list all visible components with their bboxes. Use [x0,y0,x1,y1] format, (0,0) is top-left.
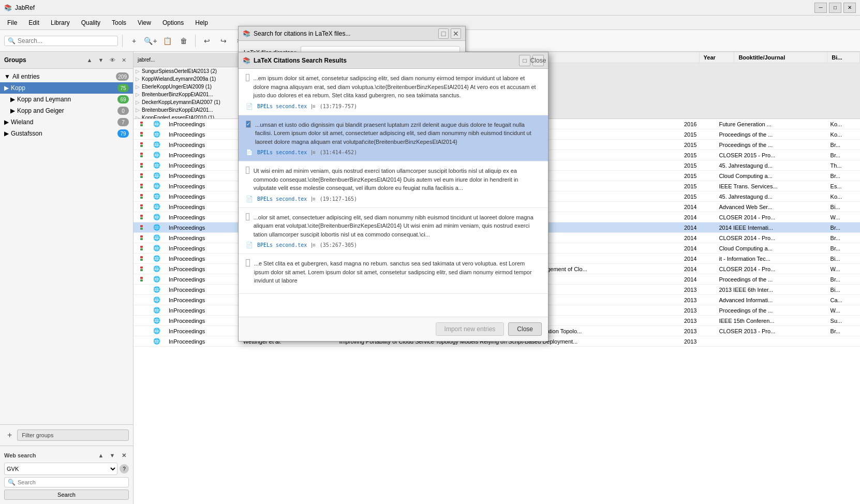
row-indicator [134,160,149,171]
table-row[interactable]: 🌐InProceedingsSungur et al.Extending BPM… [134,316,860,326]
cut-button[interactable]: ✂ [233,34,247,48]
minimize-button[interactable]: ─ [814,3,827,13]
table-row[interactable]: 🌐InProceedingsCardoso et al.Cloud Comput… [134,295,860,305]
table-row[interactable]: 🌐InProceedingsWagner et al.Consolidation… [134,305,860,316]
groups-expand-button[interactable]: 👁 [107,55,117,65]
paste-button[interactable]: 📄 [266,34,280,48]
table-row[interactable]: 🌐InProceedings...lications2014Advanced W… [134,202,860,212]
col-title[interactable]: Title [438,52,699,63]
menu-quality[interactable]: Quality [76,17,106,28]
groups-down-button[interactable]: ▼ [96,55,106,65]
web-search-input-row[interactable]: 🔍 [4,477,129,487]
groups-list: ▼ All entries 209 ▶ Kopp 75 ▶ Kopp and L… [0,69,133,424]
web-search-up-button[interactable]: ▲ [96,450,106,461]
row-year: 2014 [680,243,715,254]
copy-button[interactable]: 📋 [249,34,264,48]
web-search-provider-select[interactable]: GVK [4,463,117,475]
web-search-button[interactable]: Search [4,490,129,500]
web-search-help-button[interactable]: ? [120,464,129,473]
menu-help[interactable]: Help [190,17,213,28]
tab-jabref[interactable]: jabref... [134,53,268,67]
redo-button[interactable]: ↪ [216,34,231,48]
group-kopp[interactable]: ▶ Kopp 75 [0,82,133,94]
menu-file[interactable]: File [2,17,22,28]
row-journal: Proceedings of the ... [715,305,826,316]
col-author[interactable]: Author/Editor [361,52,438,63]
row-year: 2014 [680,233,715,243]
col-entry-type[interactable]: Entry type [300,52,361,63]
maximize-button[interactable]: □ [829,3,841,13]
table-row[interactable]: 🌐InProceedingsWettinger et al.Unified In… [134,264,860,274]
new-from-id-button[interactable]: 🔍+ [143,34,158,48]
new-entry-btn2[interactable]: 📋 [160,34,174,48]
table-row[interactable]: 🌐InProceedingsBreitenbücher et al.Vinoth… [134,274,860,285]
fb-button[interactable]: f [362,34,377,48]
table-row[interactable]: 🌐InProceedings...vältigung zukünftiger H… [134,160,860,171]
search-result-item-2[interactable]: ▷ KoppWielandLeymann2009a (1) [134,75,268,83]
github-button[interactable]: ⚙ [346,34,360,48]
table-row[interactable]: 🌐InProceedingsBinz et al.Improve Resourc… [134,326,860,336]
search-input[interactable] [18,37,111,45]
menu-edit[interactable]: Edit [23,17,45,28]
row-bikey: Br... [826,243,860,254]
groups-close-button[interactable]: ✕ [118,55,129,65]
search-result-text-2: KoppWielandLeymann2009a (1) [142,76,216,82]
menu-tools[interactable]: Tools [107,17,131,28]
row-year: 2013 [680,305,715,316]
group-gustafsson-label: Gustafsson [11,130,42,137]
filter-groups-button[interactable]: Filter groups [17,429,129,441]
new-entry-button[interactable]: + [127,34,141,48]
groups-up-button[interactable]: ▲ [84,55,95,65]
search-result-item-7[interactable]: ▷ KoppEnglerLessenEtAl2010 (1) [134,114,268,118]
group-gustafsson[interactable]: ▶ Gustafsson 79 [0,128,133,139]
search-result-item-3[interactable]: ▷ EberleKoppUngerEtAl2009 (1) [134,83,268,91]
add-group-button[interactable]: + [4,429,15,441]
row-journal: Cloud Computing a... [715,243,826,254]
group-kopp-leymann[interactable]: ▶ Kopp and Leymann 69 [0,94,133,105]
table-row[interactable]: 🌐InProceedingsWettinger et al.Improving … [134,336,860,347]
special-btn-2[interactable]: 🔍 [306,34,320,48]
group-wieland-icon: ▶ [4,118,9,126]
search-result-item-6[interactable]: ▷ BreitenbuerBinzKoppEtAl201... [134,106,268,114]
table-row[interactable]: 🌐InProceedings...posite Applications2015… [134,129,860,140]
table-row[interactable]: 🌐InProceedings2015IEEE Trans. Services..… [134,181,860,191]
special-btn-1[interactable]: 🔧 [289,34,304,48]
row-entry-type: InProceedings [165,243,239,254]
col-year[interactable]: Year [699,52,734,63]
menu-options[interactable]: Options [157,17,189,28]
table-row[interactable]: 🌐InProceedings2014CLOSER 2014 - Pro...W.… [134,212,860,223]
undo-button[interactable]: ↩ [200,34,214,48]
row-year: 2013 [680,336,715,347]
row-journal: 45. Jahrestagung d... [715,191,826,202]
twitter-button[interactable]: 🐦 [379,34,393,48]
table-row[interactable]: 🌐InProceedings2014Cloud Computing a...Br… [134,243,860,254]
table-row[interactable]: 🌐InProceedings...e Cloud Application Pro… [134,171,860,181]
delete-entry-button[interactable]: 🗑 [176,34,191,48]
table-row[interactable]: 🌐InProceedings...ivity-based Loops2015CL… [134,150,860,160]
group-wieland[interactable]: ▶ Wieland 7 [0,116,133,128]
table-row[interactable]: 🌐InProceedingsBreitenbücher et al....sta… [134,119,860,129]
table-row[interactable]: 🌐InProceedings...t Agent201545. Jahresta… [134,191,860,202]
search-result-item-5[interactable]: ▷ DeckerKoppLeymannEtAl2007 (1) [134,98,268,106]
search-result-item-1[interactable]: ▷ SungurSpiessOertelEtAl2013 (2) [134,67,268,75]
table-row[interactable]: 🌐InProceedings...lication Provisioning T… [134,140,860,150]
menu-library[interactable]: Library [46,17,75,28]
table-row[interactable]: 🌐InProceedings2014CLOSER 2014 - Pro...Br… [134,233,860,243]
menu-view[interactable]: View [132,17,156,28]
search-result-item-4[interactable]: ▷ BreitenbuerBinzKoppEtAl201... [134,91,268,98]
web-search-down-button[interactable]: ▼ [107,450,117,461]
table-row[interactable]: 🌐InProceedings...ased on TOSCA20142014 I… [134,223,860,233]
close-button[interactable]: ✕ [843,3,856,13]
group-all-entries[interactable]: ▼ All entries 209 [0,71,133,82]
toolbar-search-container[interactable]: 🔍 [4,36,118,46]
group-kopp-geiger[interactable]: ▶ Kopp and Geiger 0 [0,105,133,116]
row-globe-icon: 🌐 [149,223,165,233]
web-search-close-button[interactable]: ✕ [118,450,129,461]
special-btn-3[interactable]: ✔ [322,34,337,48]
table-row[interactable]: 🌐InProceedings2014it - Information Tec..… [134,254,860,264]
col-bikey[interactable]: Bi... [827,52,860,63]
table-row[interactable]: 🌐InProceedingsBinz et al.Automated Disco… [134,285,860,295]
web-search-text-input[interactable] [18,479,100,485]
table-header-area: Entry type Author/Editor Title Year Book… [268,52,860,118]
col-journal[interactable]: Booktitle/Journal [734,52,827,63]
